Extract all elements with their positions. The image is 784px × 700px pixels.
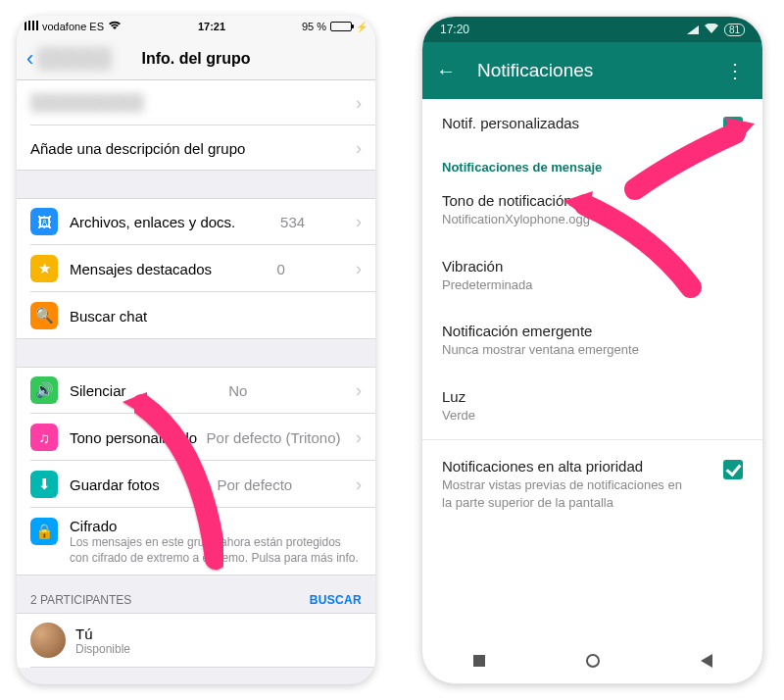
divider (422, 439, 762, 440)
starred-row[interactable]: ★ Mensajes destacados 0 › (17, 245, 375, 292)
avatar (30, 623, 66, 658)
ios-status-bar: vodafone ES 17:21 95 % ⚡ (17, 16, 375, 37)
files-label: Archivos, enlaces y docs. (70, 214, 235, 230)
high-priority-row[interactable]: Notificaciones en alta prioridad Mostrar… (422, 442, 762, 525)
popup-value: Nunca mostrar ventana emergente (442, 341, 704, 359)
high-priority-sub: Mostrar vistas previas de notificaciones… (442, 476, 684, 511)
starred-count: 0 (276, 261, 284, 277)
search-icon: 🔍 (30, 302, 58, 329)
files-icon: 🖼 (30, 208, 58, 235)
home-button[interactable] (586, 654, 600, 668)
popup-row[interactable]: Notificación emergente Nunca mostrar ven… (422, 307, 762, 373)
description-label: Añade una descripción del grupo (30, 140, 245, 157)
encryption-sub: Los mensajes en este grupo ahora están p… (70, 534, 362, 566)
mute-label: Silenciar (70, 382, 126, 399)
battery-percent: 95 % (302, 21, 326, 32)
android-nav-bar (422, 638, 762, 683)
vibration-value: Predeterminada (442, 276, 704, 294)
chevron-right-icon: › (356, 138, 362, 159)
participant-name: Tú (75, 625, 130, 642)
encryption-row[interactable]: 🔒 Cifrado Los mensajes en este grupo aho… (17, 508, 375, 575)
chevron-right-icon: › (356, 212, 362, 232)
android-status-bar: 17:20 81 (422, 17, 762, 42)
page-title: Notificaciones (477, 60, 593, 81)
settings-list: Notif. personalizadas Notificaciones de … (422, 99, 762, 525)
save-photos-row[interactable]: ⬇ Guardar fotos Por defecto › (17, 461, 375, 508)
back-button[interactable]: ← (436, 60, 456, 82)
group-name-row[interactable]: › (17, 80, 375, 125)
vibration-label: Vibración (442, 258, 704, 275)
signal-icon (687, 25, 699, 34)
lock-icon: 🔒 (30, 518, 58, 545)
wifi-icon (705, 23, 718, 36)
android-phone: 17:20 81 ← Notificaciones ⋮ Notif. perso… (421, 16, 763, 684)
tone-label: Tono de notificación (442, 192, 704, 209)
clock: 17:21 (122, 21, 302, 32)
high-priority-label: Notificaciones en alta prioridad (442, 458, 684, 475)
save-photos-value: Por defecto (218, 476, 293, 493)
search-participants-button[interactable]: BUSCAR (310, 593, 362, 607)
battery-icon (330, 22, 352, 31)
description-row[interactable]: Añade una descripción del grupo › (17, 125, 375, 171)
light-row[interactable]: Luz Verde (422, 373, 762, 438)
participants-count: 2 PARTICIPANTES (30, 593, 131, 607)
section-header-messages: Notificaciones de mensaje (422, 150, 762, 176)
popup-label: Notificación emergente (442, 323, 704, 339)
chevron-right-icon: › (356, 93, 362, 114)
group-name-blurred (30, 93, 144, 113)
back-button[interactable] (701, 654, 712, 668)
charging-icon: ⚡ (356, 22, 368, 32)
clock: 17:20 (440, 23, 469, 36)
files-row[interactable]: 🖼 Archivos, enlaces y docs. 534 › (17, 198, 375, 245)
recent-apps-button[interactable] (473, 655, 485, 667)
save-photos-label: Guardar fotos (70, 476, 160, 493)
mute-value: No (228, 382, 247, 399)
ios-phone: vodafone ES 17:21 95 % ⚡ ‹ Info. del gru… (17, 16, 375, 684)
chevron-right-icon: › (356, 427, 362, 448)
search-chat-label: Buscar chat (70, 308, 147, 325)
wifi-icon (108, 21, 122, 32)
tone-label: Tono personalizado (70, 429, 197, 446)
star-icon: ★ (30, 255, 58, 282)
ios-nav-bar: ‹ Info. del grupo (17, 37, 375, 80)
android-app-bar: ← Notificaciones ⋮ (422, 42, 762, 99)
chevron-right-icon: › (356, 475, 362, 495)
overflow-menu-icon[interactable]: ⋮ (715, 59, 755, 82)
search-chat-row[interactable]: 🔍 Buscar chat (17, 292, 375, 339)
custom-notifications-row[interactable]: Notif. personalizadas (422, 99, 762, 150)
settings-list: › Añade una descripción del grupo › 🖼 Ar… (17, 80, 375, 668)
encryption-label: Cifrado (70, 518, 362, 534)
vibration-row[interactable]: Vibración Predeterminada (422, 242, 762, 308)
battery-icon: 81 (724, 24, 745, 36)
light-label: Luz (442, 388, 704, 405)
checkbox-checked-icon[interactable] (723, 460, 743, 479)
chevron-right-icon: › (356, 259, 362, 279)
carrier-label: vodafone ES (42, 21, 104, 32)
notification-tone-row[interactable]: Tono de notificación NotificationXylopho… (422, 176, 762, 242)
custom-notifications-label: Notif. personalizadas (442, 115, 579, 131)
music-note-icon: ♫ (30, 424, 58, 451)
tone-value: NotificationXylophone.ogg (442, 211, 704, 228)
participants-header: 2 PARTICIPANTES BUSCAR (17, 575, 375, 613)
mute-row[interactable]: 🔊 Silenciar No › (17, 367, 375, 414)
speaker-icon: 🔊 (30, 376, 58, 404)
tone-value: Por defecto (Tritono) (207, 429, 341, 446)
custom-tone-row[interactable]: ♫ Tono personalizado Por defecto (Triton… (17, 414, 375, 461)
starred-label: Mensajes destacados (70, 261, 212, 277)
chevron-right-icon: › (356, 380, 362, 401)
light-value: Verde (442, 407, 704, 425)
participant-status: Disponible (75, 642, 130, 656)
participant-row-me[interactable]: Tú Disponible (17, 613, 375, 668)
download-icon: ⬇ (30, 471, 58, 498)
files-count: 534 (280, 214, 305, 230)
checkbox-checked-icon[interactable] (723, 117, 743, 136)
page-title: Info. del grupo (17, 50, 375, 68)
signal-icon (24, 21, 38, 32)
